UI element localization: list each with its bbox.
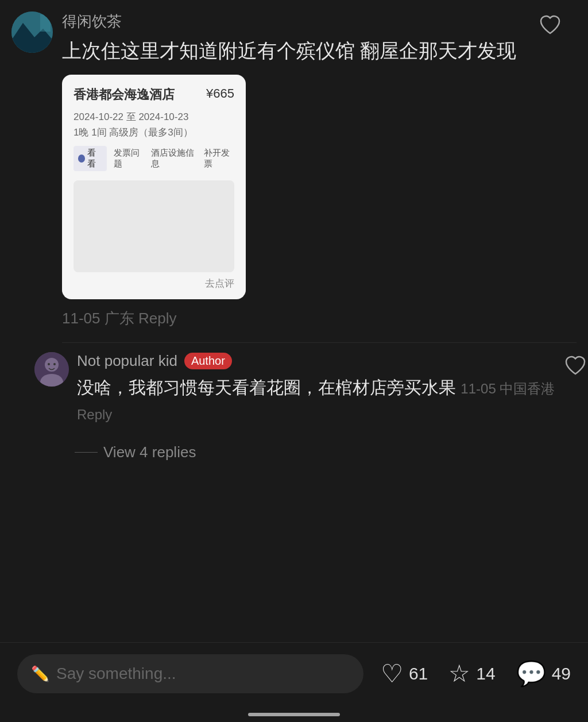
reply-text: 没啥，我都习惯每天看着花圈，在棺材店旁买水果 11-05 中国香港 Reply bbox=[77, 374, 577, 426]
view-replies[interactable]: View 4 replies bbox=[75, 443, 577, 461]
bottom-actions: ♡ 61 ☆ 14 💬 49 bbox=[381, 661, 571, 686]
booking-room: 1晚 1间 高级房（最多3间） bbox=[74, 126, 234, 139]
comment-action[interactable]: 💬 49 bbox=[516, 662, 571, 686]
like-button[interactable] bbox=[537, 11, 563, 39]
say-something-placeholder: Say something... bbox=[56, 665, 176, 683]
comment-icon: 💬 bbox=[516, 662, 546, 686]
author-badge: Author bbox=[184, 353, 232, 369]
reply-link[interactable]: Reply bbox=[138, 310, 176, 327]
action3[interactable]: 酒店设施信息 bbox=[151, 148, 197, 169]
star-icon: ☆ bbox=[448, 662, 470, 686]
comment-meta: 11-05 广东 Reply bbox=[62, 308, 577, 329]
review-link[interactable]: 去点评 bbox=[74, 277, 234, 290]
action1[interactable]: 看看 bbox=[87, 148, 102, 169]
username: 得闲饮茶 bbox=[62, 11, 577, 32]
reply-content: Not popular kid Author 没啥，我都习惯每天看着花圈，在棺材… bbox=[77, 352, 577, 426]
svg-point-8 bbox=[53, 363, 56, 365]
reply-location: 中国香港 bbox=[500, 381, 555, 396]
view-replies-text[interactable]: View 4 replies bbox=[103, 443, 196, 461]
like-action[interactable]: ♡ 61 bbox=[381, 661, 428, 686]
pencil-icon: ✏️ bbox=[31, 665, 49, 683]
divider bbox=[62, 342, 577, 343]
comment-location: 广东 bbox=[105, 310, 134, 327]
reply-username-text: Not popular kid bbox=[77, 352, 177, 370]
action2[interactable]: 发票问题 bbox=[114, 148, 144, 169]
like-count: 61 bbox=[409, 664, 428, 684]
home-indicator bbox=[248, 713, 340, 716]
svg-point-7 bbox=[48, 363, 50, 365]
booking-dates: 2024-10-22 至 2024-10-23 bbox=[74, 110, 234, 123]
say-something-input[interactable]: ✏️ Say something... bbox=[17, 654, 363, 693]
original-comment: 得闲饮茶 上次住这里才知道附近有个殡仪馆 翻屋企那天才发现 香港都会海逸酒店 ¥… bbox=[11, 11, 577, 338]
reply-avatar[interactable] bbox=[34, 352, 69, 387]
comment-body: 得闲饮茶 上次住这里才知道附近有个殡仪馆 翻屋企那天才发现 香港都会海逸酒店 ¥… bbox=[62, 11, 577, 329]
reply-date: 11-05 bbox=[461, 381, 496, 396]
replies-line bbox=[75, 452, 98, 453]
user-avatar[interactable] bbox=[11, 11, 53, 53]
action4[interactable]: 补开发票 bbox=[204, 148, 234, 169]
heart-icon: ♡ bbox=[381, 661, 403, 686]
hotel-name: 香港都会海逸酒店 bbox=[74, 86, 175, 103]
hotel-price: ¥665 bbox=[206, 86, 234, 101]
reply-reply-link[interactable]: Reply bbox=[77, 407, 112, 422]
bottom-bar: ✏️ Say something... ♡ 61 ☆ 14 💬 49 bbox=[0, 642, 588, 722]
booking-card[interactable]: 香港都会海逸酒店 ¥665 2024-10-22 至 2024-10-23 1晚… bbox=[62, 75, 246, 299]
svg-rect-3 bbox=[40, 14, 51, 32]
star-action[interactable]: ☆ 14 bbox=[448, 662, 495, 686]
booking-image bbox=[74, 180, 234, 272]
reply-block: Not popular kid Author 没啥，我都习惯每天看着花圈，在棺材… bbox=[34, 352, 577, 426]
reply-username-row: Not popular kid Author bbox=[77, 352, 577, 370]
reply-like-button[interactable] bbox=[563, 352, 588, 380]
comment-count: 49 bbox=[552, 664, 571, 684]
comment-text: 上次住这里才知道附近有个殡仪馆 翻屋企那天才发现 bbox=[62, 36, 577, 65]
star-count: 14 bbox=[476, 664, 495, 684]
booking-actions: 看看 发票问题 酒店设施信息 补开发票 bbox=[74, 146, 234, 171]
comment-date: 11-05 bbox=[62, 310, 100, 327]
